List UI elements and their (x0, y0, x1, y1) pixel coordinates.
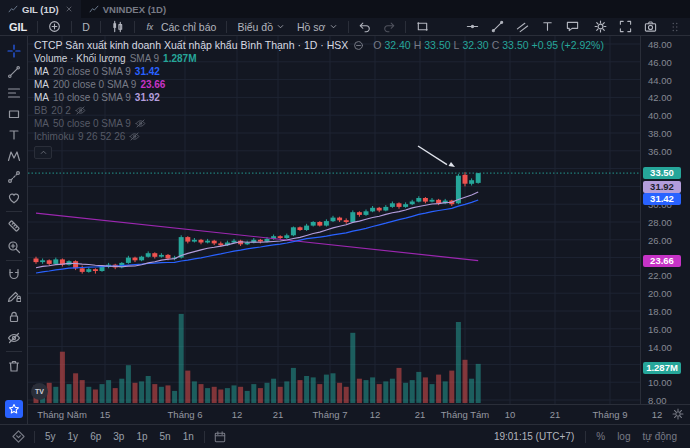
indicator-row[interactable]: Ichimoku9 26 52 26 (34, 130, 604, 142)
snapshot-button[interactable] (639, 19, 662, 35)
toolbar-separator (37, 21, 38, 33)
indicator-row[interactable]: BB20 2 (34, 104, 604, 116)
axis-settings-icon[interactable] (672, 408, 684, 420)
indicator-row[interactable]: MA200 close 0 SMA 923.66 (34, 78, 604, 90)
price-tick: 22.00 (648, 270, 672, 281)
callout-tool-button[interactable] (561, 19, 584, 35)
instrument-menu-icon[interactable] (353, 40, 364, 51)
toolbar-separator (226, 21, 227, 33)
price-badge: 33.50 (643, 167, 681, 179)
eye-off-icon[interactable] (129, 131, 140, 142)
percent-scale-button[interactable]: % (591, 431, 610, 442)
chart-mini-icon (8, 4, 18, 14)
bottom-separator (34, 431, 35, 443)
range-button-5y[interactable]: 5y (40, 431, 61, 442)
range-button-6p[interactable]: 6p (85, 431, 106, 442)
time-axis[interactable]: Tháng Năm15Tháng 61221Tháng 71221Tháng T… (28, 404, 690, 424)
indicator-row[interactable]: MA50 close 0 SMA 9 (34, 117, 604, 129)
eye-off-icon[interactable] (135, 118, 146, 129)
ruler-tool[interactable] (3, 215, 25, 236)
eye-off-tool[interactable] (3, 327, 25, 348)
indicators-button[interactable]: fxCác chỉ báo (140, 19, 221, 35)
line-tool-button[interactable] (486, 19, 509, 35)
trend-line-tool-button[interactable] (436, 19, 459, 35)
go-to-date-icon[interactable] (210, 431, 230, 443)
log-scale-button[interactable]: log (612, 431, 635, 442)
heart-tool[interactable] (3, 187, 25, 208)
svg-text:fx: fx (146, 22, 153, 32)
tradingview-logo[interactable]: TV (31, 383, 48, 400)
indicator-name: MA (34, 79, 49, 90)
crosshair-tool[interactable] (3, 40, 25, 61)
auto-scale-button[interactable]: tự động (638, 431, 683, 442)
trend-tool[interactable] (3, 61, 25, 82)
range-button-3p[interactable]: 3p (108, 431, 129, 442)
price-tick: 26.00 (648, 234, 672, 245)
redo-button[interactable] (378, 19, 400, 35)
time-tick: Tháng Năm (37, 409, 87, 420)
profile-menu-button[interactable]: Hồ sơ (292, 19, 342, 35)
symbol-description-row[interactable]: CTCP Sản xuất kinh doanh Xuất nhập khẩu … (34, 39, 604, 51)
lock-tool[interactable] (3, 306, 25, 327)
low-label: L (454, 39, 460, 51)
trash-tool[interactable] (3, 355, 25, 376)
time-tick: 12 (370, 409, 381, 420)
indicator-params: 20 close 0 SMA 9 (53, 66, 131, 77)
tab-gil[interactable]: GIL (1D) (0, 0, 81, 18)
range-button-1n[interactable]: 1n (178, 431, 199, 442)
fullscreen-button[interactable] (614, 19, 637, 35)
eye-off-icon[interactable] (75, 105, 86, 116)
compare-button[interactable] (43, 19, 66, 35)
indicator-row[interactable]: MA20 close 0 SMA 931.42 (34, 65, 604, 77)
price-tick: 18.00 (648, 306, 672, 317)
indicator-params: 200 close 0 SMA 9 (53, 79, 136, 90)
price-axis[interactable]: 48.0046.0044.0042.0040.0038.0036.0034.00… (640, 36, 690, 404)
time-tick: 10 (505, 409, 516, 420)
indicator-params: 20 2 (51, 105, 70, 116)
zoom-in-tool[interactable] (3, 236, 25, 257)
chart-settings-button[interactable] (589, 19, 612, 35)
time-tick: Tháng 7 (313, 409, 348, 420)
clock-label[interactable]: 19:01:15 (UTC+7) (494, 431, 580, 442)
symbol-search-button[interactable]: GIL (4, 19, 32, 35)
forecast-tool[interactable] (3, 166, 25, 187)
text-tool-button[interactable] (536, 19, 559, 35)
toolbar-separator (405, 21, 406, 33)
magnet-tool[interactable] (3, 264, 25, 285)
chart-pane[interactable]: CTCP Sản xuất kinh doanh Xuất nhập khẩu … (28, 36, 640, 404)
bottom-toolbar: 5y1y6p3p1p5n1n19:01:15 (UTC+7)%logtự độn… (0, 424, 690, 448)
range-button-1y[interactable]: 1y (63, 431, 84, 442)
indicator-params: 9 26 52 26 (78, 131, 125, 142)
candle-style-button[interactable] (106, 19, 129, 35)
indicator-row[interactable]: MA10 close 0 SMA 931.92 (34, 91, 604, 103)
undo-button[interactable] (354, 19, 376, 35)
high-value: 33.50 (424, 39, 450, 51)
legend-collapse-button[interactable] (34, 146, 52, 159)
toolbar-separator (100, 21, 101, 33)
chart-menu-button[interactable]: Biểu đồ (232, 19, 290, 35)
range-button-5n[interactable]: 5n (155, 431, 176, 442)
legend: CTCP Sản xuất kinh doanh Xuất nhập khẩu … (34, 39, 604, 159)
price-tick: 16.00 (648, 323, 672, 334)
close-label: C (492, 39, 500, 51)
horizontal-line-tool-button[interactable] (461, 19, 484, 35)
favorites-star-button[interactable] (5, 400, 23, 418)
price-badge: 23.66 (643, 255, 681, 267)
text-T-tool[interactable] (3, 124, 25, 145)
pencil-lock-tool[interactable] (3, 285, 25, 306)
range-button-1p[interactable]: 1p (131, 431, 152, 442)
rectangle-tool-button[interactable] (411, 19, 434, 35)
quick-search-icon[interactable] (8, 430, 29, 443)
tab-vnindex[interactable]: VNINDEX (1D) (81, 0, 174, 18)
parallel-channel-tool-button[interactable] (511, 19, 534, 35)
indicator-params: 10 close 0 SMA 9 (53, 92, 131, 103)
interval-button[interactable]: D (77, 19, 95, 35)
indicator-row[interactable]: Volume · Khối lượngSMA 91.287M (34, 52, 604, 64)
close-icon[interactable] (65, 5, 73, 13)
shapes-tool[interactable] (3, 103, 25, 124)
fib-tool[interactable] (3, 82, 25, 103)
tab-label: GIL (1D) (22, 4, 59, 15)
xabcd-tool[interactable] (3, 145, 25, 166)
toolbar-drag-dots-icon[interactable] (664, 19, 686, 35)
symbol-title[interactable]: CTCP Sản xuất kinh doanh Xuất nhập khẩu … (34, 39, 348, 51)
